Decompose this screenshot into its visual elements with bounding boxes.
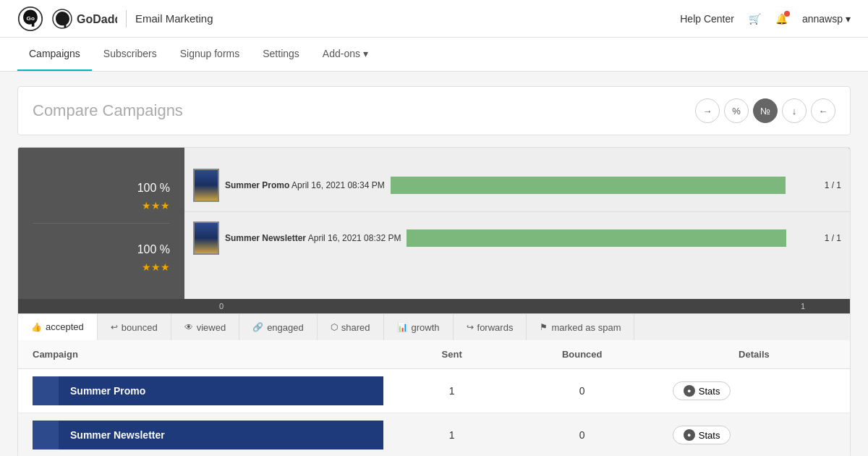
compare-table: Campaign Sent Bounced Details Summer Pro… [18,340,850,456]
campaign-cell-1: Summer Promo [18,369,398,413]
stars-2: ★★★ [142,261,170,273]
svg-text:Go: Go [27,14,35,21]
nav-subscribers[interactable]: Subscribers [92,38,169,71]
chart-stat-1: 100 % ★★★ [33,162,170,223]
tab-viewed[interactable]: 👁 viewed [171,314,239,340]
user-menu[interactable]: annawsp ▾ [802,13,851,25]
nav-signup-forms[interactable]: Signup forms [169,38,251,71]
growth-icon: 📊 [397,322,408,332]
campaign-cell-inner-1: Summer Promo [33,376,383,405]
nav-bar: Campaigns Subscribers Signup forms Setti… [0,38,868,72]
stat-percent-2: 100 % [137,235,170,258]
tab-engaged[interactable]: 🔗 engaged [239,314,318,340]
col-campaign-header: Campaign [18,340,398,369]
help-center-link[interactable]: Help Center [680,13,734,25]
addons-chevron-icon: ▾ [363,48,368,59]
stats-button-1[interactable]: ● Stats [673,381,731,400]
notification-dot [784,11,790,17]
bounced-cell-2: 0 [506,413,658,457]
bar-track-1 [391,177,807,194]
toolbar-number-btn[interactable]: № [753,98,778,123]
col-details-header: Details [658,340,850,369]
sent-cell-1: 1 [398,369,506,413]
bar-pagination-2: 1 / 1 [812,233,841,243]
notifications-button[interactable]: 🔔 [775,13,788,25]
chart-stat-2: 100 % ★★★ [33,223,170,284]
axis-label-end: 1 [801,302,805,311]
bar-thumb-2 [193,221,219,255]
axis-label-start: 0 [219,302,224,311]
page-title: Compare Campaigns [33,101,183,120]
tab-growth[interactable]: 📊 growth [384,314,454,340]
tab-forwards[interactable]: ↪ forwards [454,314,527,340]
bar-fill-1 [391,177,786,194]
nav-campaigns[interactable]: Campaigns [17,38,92,71]
nav-campaigns-label: Campaigns [29,48,80,59]
stats-icon-1: ● [684,385,695,397]
tab-spam[interactable]: ⚑ marked as spam [527,314,634,340]
tab-growth-label: growth [412,322,440,333]
bar-thumb-1 [193,169,219,202]
tab-shared[interactable]: ⬡ shared [318,314,384,340]
toolbar-arrow-btn[interactable]: → [695,98,720,123]
stars-1: ★★★ [142,200,170,211]
chart-container: 100 % ★★★ 100 % ★★★ [17,147,851,456]
chevron-down-icon: ▾ [846,13,851,25]
campaign-name-2: Summer Newsletter [59,421,383,449]
tab-engaged-label: engaged [267,322,304,333]
engaged-icon: 🔗 [252,322,263,332]
table-row: Summer Promo 1 0 ● Stats [18,369,850,413]
details-cell-2: ● Stats [658,413,850,457]
stats-label-2: Stats [699,430,720,441]
page-header: Compare Campaigns → % № ↓ ← [17,86,851,135]
bar-thumb-inner-2 [195,223,218,253]
bar-row-1: Summer Promo April 16, 2021 08:34 PM 1 /… [184,159,850,211]
tab-shared-label: shared [341,322,370,333]
bar-pagination-1: 1 / 1 [812,180,841,190]
details-cell-1: ● Stats [658,369,850,413]
campaign-cell-2: Summer Newsletter [18,413,398,457]
forwards-icon: ↪ [467,322,474,332]
toolbar-back-btn[interactable]: ← [811,98,835,123]
tab-bounced-label: bounced [122,322,158,333]
nav-settings[interactable]: Settings [251,38,311,71]
bar-row-2: Summer Newsletter April 16, 2021 08:32 P… [184,211,850,263]
col-bounced-header: Bounced [506,340,658,369]
toolbar-download-btn[interactable]: ↓ [782,98,807,123]
logo-area: Go GoDaddy Email Marketing [17,6,213,32]
stats-button-2[interactable]: ● Stats [673,426,731,444]
cart-icon: 🛒 [749,13,761,25]
tab-forwards-label: forwards [477,322,514,333]
bar-thumb-inner-1 [195,170,218,200]
cart-button[interactable]: 🛒 [749,13,761,25]
bar-label-2: Summer Newsletter April 16, 2021 08:32 P… [225,233,401,243]
tab-spam-label: marked as spam [551,322,621,333]
svg-text:GoDaddy: GoDaddy [77,13,117,25]
nav-addons-label: Add-ons [323,48,360,59]
toolbar-percent-btn[interactable]: % [724,98,749,123]
top-header: Go GoDaddy Email Marketing Help Center 🛒… [0,0,868,38]
table-row: Summer Newsletter 1 0 ● Stats [18,413,850,457]
stat-percent-1: 100 % [137,174,170,197]
nav-addons[interactable]: Add-ons ▾ [311,38,380,71]
header-right: Help Center 🛒 🔔 annawsp ▾ [680,13,851,25]
stats-label-1: Stats [699,386,720,397]
campaign-name-1: Summer Promo [59,376,383,405]
nav-signup-forms-label: Signup forms [180,48,239,59]
spam-icon: ⚑ [540,322,548,332]
nav-subscribers-label: Subscribers [103,48,157,59]
logo-text: GoDaddy [52,9,117,29]
header-divider [126,10,127,28]
sent-cell-2: 1 [398,413,506,457]
shared-icon: ⬡ [331,322,338,332]
bar-label-1: Summer Promo April 16, 2021 08:34 PM [225,180,385,190]
bar-track-2 [407,229,807,247]
campaign-thumb-1 [33,376,59,405]
chart-axis: 0 1 [18,299,850,313]
chart-bars: Summer Promo April 16, 2021 08:34 PM 1 /… [184,148,850,299]
col-sent-header: Sent [398,340,506,369]
godaddy-logo-icon: Go [17,6,43,32]
tab-bounced[interactable]: ↩ bounced [98,314,171,340]
chart-inner: 100 % ★★★ 100 % ★★★ [18,148,850,299]
tab-accepted[interactable]: 👍 accepted [18,314,98,340]
